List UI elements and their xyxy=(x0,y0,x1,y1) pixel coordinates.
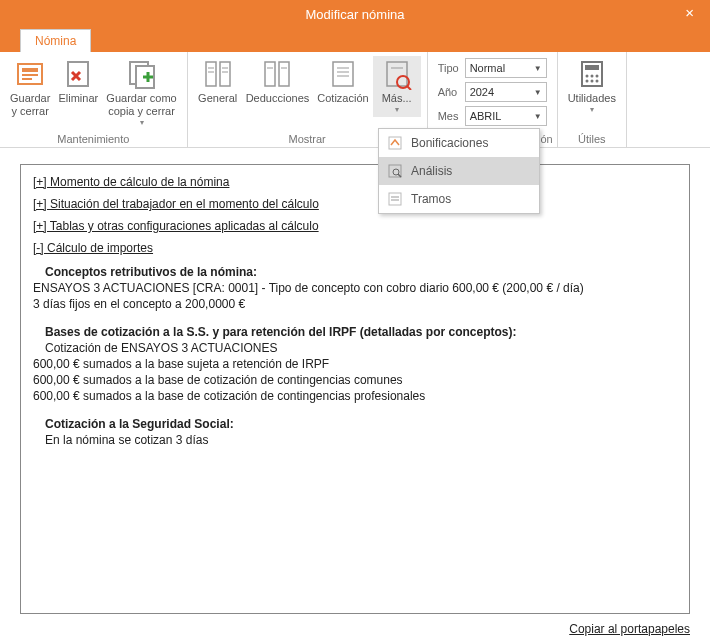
chevron-down-icon: ▼ xyxy=(534,88,542,97)
svg-point-32 xyxy=(595,80,598,83)
toggle-momento[interactable]: [+] Momento de cálculo de la nómina xyxy=(33,175,229,189)
dropdown-item-tramos[interactable]: Tramos xyxy=(379,185,539,213)
cotizacion-label: Cotización xyxy=(317,92,368,105)
ano-value: 2024 xyxy=(470,86,494,98)
chevron-down-icon: ▾ xyxy=(395,105,399,115)
group-label-utiles: Útiles xyxy=(564,131,620,145)
deducciones-icon xyxy=(261,58,293,90)
mes-value: ABRIL xyxy=(470,110,502,122)
cotss-line: En la nómina se cotizan 3 días xyxy=(45,433,677,447)
svg-rect-13 xyxy=(265,62,275,86)
tab-nomina[interactable]: Nómina xyxy=(20,29,91,52)
toggle-calculo[interactable]: [-] Cálculo de importes xyxy=(33,241,153,255)
dropdown-label: Tramos xyxy=(411,192,451,206)
conceptos-head: Conceptos retributivos de la nómina: xyxy=(45,265,677,279)
tramos-icon xyxy=(387,191,403,207)
content-area: [+] Momento de cálculo de la nómina [+] … xyxy=(0,148,710,618)
group-label-mantenimiento: Mantenimiento xyxy=(6,131,181,145)
mas-button[interactable]: Más... ▾ xyxy=(373,56,421,117)
svg-rect-3 xyxy=(22,78,32,80)
svg-rect-2 xyxy=(22,74,38,76)
save-close-label: Guardar y cerrar xyxy=(10,92,50,118)
toggle-situacion[interactable]: [+] Situación del trabajador en el momen… xyxy=(33,197,319,211)
svg-rect-37 xyxy=(389,193,401,205)
svg-point-27 xyxy=(585,75,588,78)
chevron-down-icon: ▼ xyxy=(534,64,542,73)
copy-clipboard-link[interactable]: Copiar al portapapeles xyxy=(569,622,690,636)
svg-rect-1 xyxy=(22,68,38,72)
dropdown-label: Bonificaciones xyxy=(411,136,488,150)
dropdown-label: Análisis xyxy=(411,164,452,178)
svg-rect-8 xyxy=(220,62,230,86)
tipo-value: Normal xyxy=(470,62,505,74)
analysis-panel: [+] Momento de cálculo de la nómina [+] … xyxy=(20,164,690,614)
chevron-down-icon: ▼ xyxy=(534,112,542,121)
svg-rect-14 xyxy=(279,62,289,86)
cotss-head: Cotización a la Seguridad Social: xyxy=(45,417,677,431)
close-button[interactable]: × xyxy=(679,2,700,23)
chevron-down-icon: ▾ xyxy=(590,105,594,115)
save-copy-icon xyxy=(126,58,158,90)
concepto-line: ENSAYOS 3 ACTUACIONES [CRA: 0001] - Tipo… xyxy=(33,281,677,295)
mas-icon xyxy=(381,58,413,90)
svg-rect-26 xyxy=(585,65,599,70)
tipo-label: Tipo xyxy=(438,62,459,74)
svg-point-31 xyxy=(590,80,593,83)
save-copy-button[interactable]: Guardar como copia y cerrar ▾ xyxy=(102,56,180,130)
dropdown-item-bonificaciones[interactable]: Bonificaciones xyxy=(379,129,539,157)
mes-label: Mes xyxy=(438,110,459,122)
dropdown-item-analisis[interactable]: Análisis xyxy=(379,157,539,185)
svg-point-30 xyxy=(585,80,588,83)
ribbon: Guardar y cerrar Eliminar Guardar como c… xyxy=(0,52,710,148)
save-close-icon xyxy=(14,58,46,90)
ribbon-group-utiles: Utilidades ▾ Útiles xyxy=(558,52,627,147)
svg-rect-7 xyxy=(206,62,216,86)
general-label: General xyxy=(198,92,237,105)
deducciones-label: Deducciones xyxy=(246,92,310,105)
tipo-combo[interactable]: Normal ▼ xyxy=(465,58,547,78)
delete-icon xyxy=(62,58,94,90)
save-copy-label: Guardar como copia y cerrar xyxy=(106,92,176,118)
concepto-sub: 3 días fijos en el concepto a 200,0000 € xyxy=(33,297,677,311)
general-icon xyxy=(202,58,234,90)
bonificaciones-icon xyxy=(387,135,403,151)
mes-combo[interactable]: ABRIL ▼ xyxy=(465,106,547,126)
tab-strip: Nómina xyxy=(0,28,710,52)
ano-combo[interactable]: 2024 ▼ xyxy=(465,82,547,102)
footer: Copiar al portapapeles xyxy=(0,618,710,640)
mas-dropdown: Bonificaciones Análisis Tramos xyxy=(378,128,540,214)
chevron-down-icon: ▾ xyxy=(140,118,144,128)
deducciones-button[interactable]: Deducciones xyxy=(242,56,314,107)
mas-label: Más... xyxy=(382,92,412,105)
svg-point-28 xyxy=(590,75,593,78)
svg-line-24 xyxy=(407,86,411,90)
ribbon-group-mantenimiento: Guardar y cerrar Eliminar Guardar como c… xyxy=(0,52,188,147)
window-title: Modificar nómina xyxy=(306,7,405,22)
utilidades-button[interactable]: Utilidades ▾ xyxy=(564,56,620,117)
bases-head: Bases de cotización a la S.S. y para ret… xyxy=(45,325,677,339)
svg-rect-17 xyxy=(333,62,353,86)
title-bar: Modificar nómina × xyxy=(0,0,710,28)
toggle-tablas[interactable]: [+] Tablas y otras configuraciones aplic… xyxy=(33,219,319,233)
calculator-icon xyxy=(576,58,608,90)
cotizacion-button[interactable]: Cotización xyxy=(313,56,372,107)
base-line-2: 600,00 € sumados a la base de cotización… xyxy=(33,373,677,387)
general-button[interactable]: General xyxy=(194,56,242,107)
svg-point-29 xyxy=(595,75,598,78)
delete-label: Eliminar xyxy=(58,92,98,105)
base-line-3: 600,00 € sumados a la base de cotización… xyxy=(33,389,677,403)
utilidades-label: Utilidades xyxy=(568,92,616,105)
ano-label: Año xyxy=(438,86,459,98)
cotizacion-icon xyxy=(327,58,359,90)
save-close-button[interactable]: Guardar y cerrar xyxy=(6,56,54,120)
delete-button[interactable]: Eliminar xyxy=(54,56,102,107)
bases-sub: Cotización de ENSAYOS 3 ACTUACIONES xyxy=(45,341,677,355)
analisis-icon xyxy=(387,163,403,179)
base-line-1: 600,00 € sumados a la base sujeta a rete… xyxy=(33,357,677,371)
